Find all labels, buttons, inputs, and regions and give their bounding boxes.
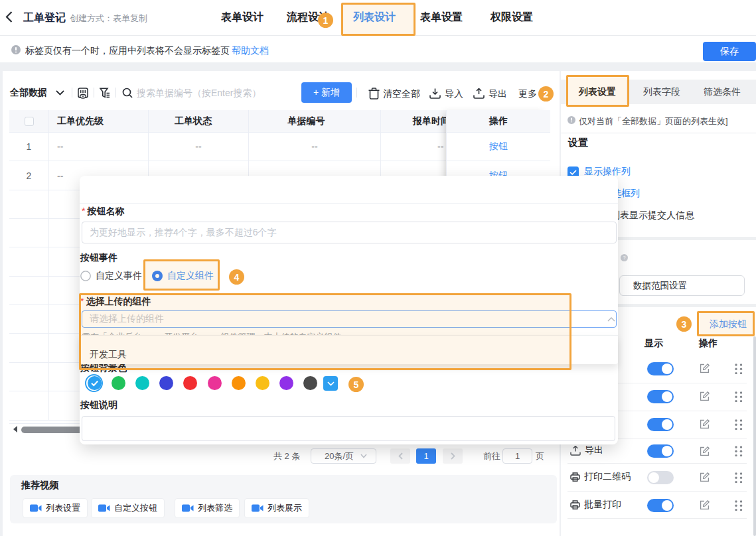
- next-page-button[interactable]: [443, 448, 463, 464]
- cell-number: --: [249, 133, 381, 161]
- button-name-label: *按钮名称: [82, 206, 124, 218]
- column-op-header: 操作: [699, 338, 718, 350]
- edit-icon[interactable]: [700, 446, 710, 456]
- toolbar-separator: [115, 88, 116, 98]
- visibility-toggle[interactable]: [647, 418, 674, 431]
- tab-form-design[interactable]: 表单设计: [221, 11, 264, 25]
- export-icon[interactable]: [473, 88, 485, 99]
- color-swatch[interactable]: [88, 376, 102, 390]
- more-button[interactable]: 更多: [518, 88, 537, 100]
- current-page[interactable]: 1: [416, 448, 436, 464]
- visibility-toggle[interactable]: [647, 499, 674, 512]
- annotation-badge-3: 3: [676, 316, 692, 332]
- edit-icon[interactable]: [700, 419, 710, 429]
- printer-icon: [570, 472, 580, 482]
- empty-cell: [9, 334, 49, 363]
- drag-handle[interactable]: [735, 446, 743, 456]
- button-name-input[interactable]: 为更好地显示，推荐4个字，最多不超过6个字: [82, 222, 617, 243]
- button-event-label: 按钮事件: [80, 252, 117, 264]
- column-show-header: 显示: [644, 338, 663, 350]
- radio-unchecked-icon: [80, 271, 91, 281]
- add-record-button[interactable]: + 新增: [301, 82, 352, 103]
- empty-cell: [9, 305, 49, 334]
- drag-handle[interactable]: [735, 391, 743, 402]
- drag-handle[interactable]: [735, 472, 743, 483]
- visibility-toggle[interactable]: [647, 390, 674, 403]
- button-desc-textarea[interactable]: [82, 416, 615, 441]
- export-button[interactable]: 导出: [489, 88, 507, 100]
- dialog-header-divider: [80, 203, 618, 204]
- edit-icon[interactable]: [700, 472, 710, 482]
- upload-icon: [570, 446, 581, 456]
- divider: [567, 518, 747, 519]
- edit-icon[interactable]: [700, 500, 710, 510]
- import-button[interactable]: 导入: [445, 88, 463, 100]
- chevron-down-icon[interactable]: [56, 90, 64, 96]
- save-button[interactable]: 保存: [703, 42, 756, 61]
- row-button-link[interactable]: 按钮: [489, 141, 508, 153]
- divider: [567, 491, 747, 492]
- chevron-up-icon: [607, 317, 615, 322]
- video-button-list-display[interactable]: 列表展示: [244, 498, 309, 518]
- column-header[interactable]: 工单优先级: [49, 110, 149, 133]
- chevron-down-icon: [360, 454, 367, 458]
- color-swatch[interactable]: [303, 376, 317, 390]
- data-range-button[interactable]: 数据范围设置: [619, 275, 745, 296]
- edit-icon[interactable]: [700, 391, 710, 401]
- color-swatch[interactable]: [135, 376, 149, 390]
- color-swatch[interactable]: [256, 376, 269, 390]
- help-doc-link[interactable]: 帮助文档: [232, 45, 269, 57]
- import-icon[interactable]: [429, 88, 441, 99]
- page-unit-label: 页: [536, 450, 544, 462]
- radio-custom-event[interactable]: 自定义事件: [80, 270, 142, 282]
- page-subtitle: 创建方式：表单复制: [70, 13, 147, 25]
- check-icon: [88, 376, 102, 390]
- color-swatch[interactable]: [183, 376, 197, 390]
- drag-handle[interactable]: [735, 364, 743, 374]
- video-button-custom-button[interactable]: 自定义按钮: [91, 498, 165, 518]
- select-all-checkbox[interactable]: [9, 110, 49, 133]
- empty-cell: [9, 391, 49, 421]
- annotation-badge-5: 5: [348, 377, 364, 392]
- visibility-toggle[interactable]: [647, 444, 674, 458]
- visibility-toggle[interactable]: [647, 471, 674, 484]
- goto-page-input[interactable]: 1: [502, 448, 532, 464]
- color-swatch[interactable]: [232, 376, 246, 390]
- video-icon: [98, 504, 110, 512]
- tab-permission-settings[interactable]: 权限设置: [491, 11, 533, 25]
- dataset-selector[interactable]: 全部数据: [10, 87, 47, 99]
- prev-page-button[interactable]: [390, 448, 410, 464]
- search-input[interactable]: 搜索单据编号（按Enter搜索）: [137, 88, 261, 100]
- action-cell: 按钮: [447, 133, 550, 161]
- search-icon[interactable]: [122, 88, 133, 98]
- drag-handle[interactable]: [735, 419, 743, 430]
- annotation-box-select-component: [79, 293, 571, 370]
- tab-list-fields[interactable]: 列表字段: [639, 80, 684, 104]
- empty-cell: [9, 190, 49, 219]
- annotation-box-add-button: [697, 311, 755, 336]
- video-button-list-settings[interactable]: 列表设置: [23, 498, 88, 518]
- column-header[interactable]: 工单状态: [149, 110, 249, 133]
- column-header: 操作: [447, 110, 550, 133]
- checkbox-show-submitter[interactable]: 列表显示提交人信息: [611, 210, 694, 222]
- color-swatch[interactable]: [112, 376, 125, 390]
- color-swatch[interactable]: [279, 376, 293, 390]
- right-scrollbar-thumb[interactable]: [753, 336, 756, 536]
- color-swatch[interactable]: [208, 376, 222, 390]
- tab-filter-conditions[interactable]: 筛选条件: [700, 80, 745, 104]
- color-swatch[interactable]: [159, 376, 173, 390]
- back-icon[interactable]: [5, 11, 13, 23]
- drag-handle[interactable]: [735, 500, 743, 511]
- edit-icon[interactable]: [700, 364, 710, 373]
- scroll-left-icon[interactable]: [13, 426, 18, 433]
- column-header[interactable]: 单据编号: [249, 110, 381, 133]
- tab-form-settings[interactable]: 表单设置: [420, 11, 463, 25]
- clear-all-button[interactable]: 清空全部: [383, 88, 420, 100]
- filter-icon[interactable]: [100, 88, 110, 99]
- trash-icon[interactable]: [368, 88, 380, 100]
- scan-icon[interactable]: [78, 88, 89, 99]
- swatch-more-dropdown[interactable]: [323, 376, 338, 391]
- video-button-list-filter[interactable]: 列表筛选: [175, 498, 240, 518]
- visibility-toggle[interactable]: [647, 362, 674, 375]
- pagination-total: 共 2 条: [273, 450, 300, 462]
